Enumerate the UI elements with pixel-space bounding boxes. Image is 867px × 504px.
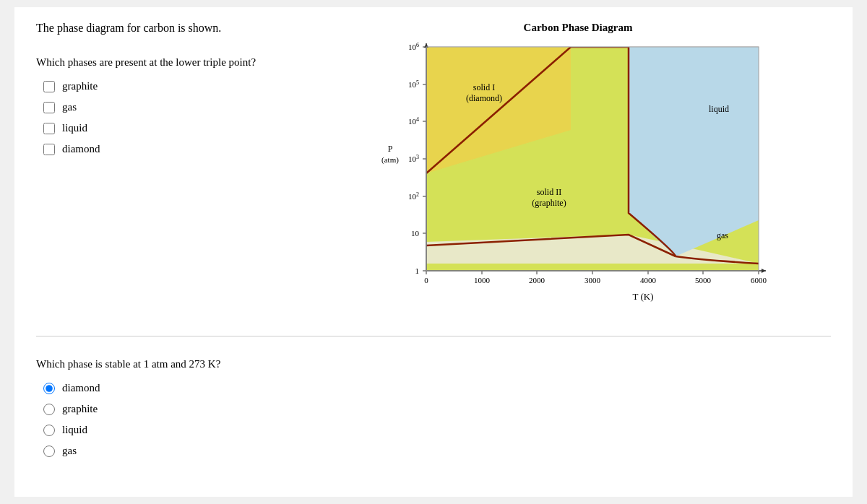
- question1-text: Which phases are present at the lower tr…: [36, 56, 311, 69]
- label-solid-ii: solid II: [537, 187, 561, 197]
- radio-item-gas[interactable]: gas: [43, 445, 831, 457]
- y-tick-0: 1: [415, 266, 420, 275]
- x-tick-6000: 6000: [751, 276, 767, 284]
- x-tick-3000: 3000: [585, 276, 601, 284]
- chart-panel: Carbon Phase Diagram: [325, 22, 831, 314]
- label-liquid: liquid: [709, 104, 729, 114]
- y-axis-unit: (atm): [381, 155, 399, 165]
- bottom-section: Which phase is stable at 1 atm and 273 K…: [36, 358, 831, 457]
- checkbox-item-gas[interactable]: gas: [43, 101, 311, 113]
- radio-graphite[interactable]: [43, 404, 55, 415]
- svg-marker-10: [629, 47, 759, 256]
- chart-container: 106 105 104 103 102 10: [376, 40, 780, 314]
- checkbox-graphite[interactable]: [43, 81, 55, 92]
- y-tick-4: 104: [408, 116, 419, 126]
- radio-label-diamond: diamond: [62, 382, 100, 394]
- x-tick-1000: 1000: [474, 276, 491, 284]
- radio-label-graphite: graphite: [62, 403, 98, 415]
- checkbox-label-liquid: liquid: [62, 122, 87, 134]
- radio-diamond[interactable]: [43, 383, 55, 394]
- label-gas: gas: [717, 230, 728, 240]
- svg-marker-28: [762, 269, 766, 273]
- checkbox-item-liquid[interactable]: liquid: [43, 122, 311, 134]
- checkbox-item-diamond[interactable]: diamond: [43, 143, 311, 155]
- left-panel: The phase diagram for carbon is shown. W…: [36, 22, 311, 314]
- radio-item-diamond[interactable]: diamond: [43, 382, 831, 394]
- y-tick-1: 10: [411, 229, 420, 238]
- radio-liquid[interactable]: [43, 425, 55, 436]
- checkbox-diamond[interactable]: [43, 144, 55, 155]
- radio-label-gas: gas: [62, 445, 77, 457]
- y-tick-5: 105: [408, 79, 419, 89]
- x-tick-2000: 2000: [529, 276, 545, 284]
- chart-title: Carbon Phase Diagram: [524, 22, 633, 34]
- y-tick-2: 102: [408, 191, 419, 201]
- top-section: The phase diagram for carbon is shown. W…: [36, 22, 831, 314]
- checkbox-item-graphite[interactable]: graphite: [43, 80, 311, 92]
- page: The phase diagram for carbon is shown. W…: [14, 7, 853, 497]
- radio-group: diamond graphite liquid gas: [43, 382, 831, 457]
- checkbox-label-graphite: graphite: [62, 80, 98, 92]
- y-tick-3: 103: [408, 154, 419, 163]
- radio-item-liquid[interactable]: liquid: [43, 424, 831, 436]
- checkbox-label-diamond: diamond: [62, 143, 100, 155]
- checkbox-gas[interactable]: [43, 102, 55, 113]
- x-tick-0: 0: [424, 276, 428, 284]
- checkbox-liquid[interactable]: [43, 123, 55, 134]
- label-diamond-paren: (diamond): [466, 93, 502, 103]
- label-solid-i: solid I: [473, 82, 495, 92]
- x-tick-5000: 5000: [695, 276, 712, 284]
- y-tick-6: 106: [408, 42, 419, 51]
- label-graphite-paren: (graphite): [532, 198, 566, 208]
- intro-text: The phase diagram for carbon is shown.: [36, 22, 311, 35]
- x-tick-4000: 4000: [640, 276, 657, 284]
- checkbox-group: graphite gas liquid diamond: [43, 80, 311, 155]
- y-axis-label: P: [388, 144, 393, 154]
- phase-diagram-svg: 106 105 104 103 102 10: [376, 40, 780, 314]
- x-axis-label: T (K): [632, 291, 653, 302]
- question2-text: Which phase is stable at 1 atm and 273 K…: [36, 358, 831, 370]
- radio-item-graphite[interactable]: graphite: [43, 403, 831, 415]
- section-divider: [36, 336, 831, 336]
- radio-label-liquid: liquid: [62, 424, 87, 436]
- radio-gas[interactable]: [43, 446, 55, 457]
- checkbox-label-gas: gas: [62, 101, 77, 113]
